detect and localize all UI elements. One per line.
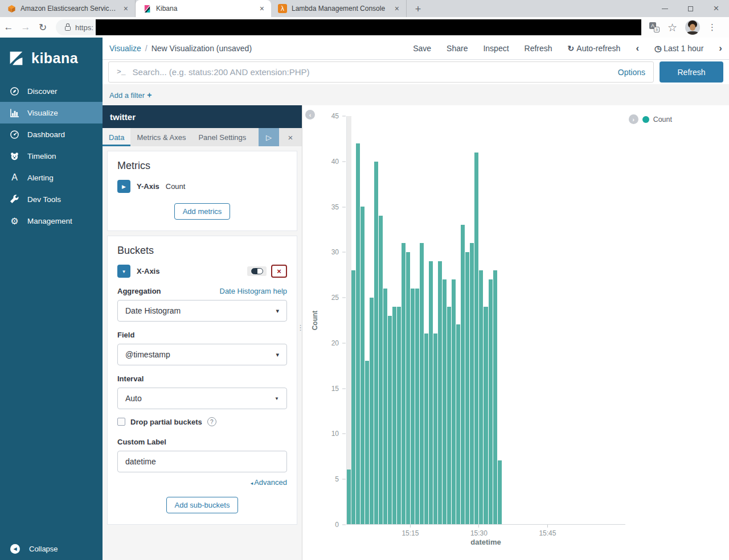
bar-15:03[interactable] [356,143,360,524]
close-icon: × [288,133,293,142]
time-range-picker[interactable]: ◷Last 1 hour [654,44,703,53]
bar-15:34[interactable] [498,460,502,524]
bar-15:04[interactable] [361,207,364,524]
drop-partial-buckets-checkbox[interactable] [117,418,125,426]
bar-15:06[interactable] [370,298,374,524]
bar-15:13[interactable] [402,243,406,524]
bar-15:16[interactable] [415,289,419,524]
tab-lambda-console[interactable]: λ Lambda Management Console × [271,0,407,17]
profile-avatar[interactable] [685,20,700,35]
time-back-icon[interactable]: ‹ [636,43,639,54]
time-forward-icon[interactable]: › [719,43,722,54]
breadcrumb-visualize-link[interactable]: Visualize [109,44,141,53]
bar-15:12[interactable] [397,307,401,524]
refresh-button[interactable]: Refresh [660,61,723,83]
bar-15:10[interactable] [388,316,392,524]
tab-metrics-axes[interactable]: Metrics & Axes [130,128,192,146]
bar-15:31[interactable] [484,307,488,524]
forward-icon[interactable]: → [17,22,34,33]
x-axis-bucket-row[interactable]: ▾ X-Axis × [117,265,287,278]
sidebar-item-discover[interactable]: Discover [0,80,103,102]
sidebar-item-alerting[interactable]: A Alerting [0,167,103,188]
restore-button[interactable] [678,0,703,17]
bar-15:25[interactable] [456,324,460,524]
expand-metric-button[interactable]: ▶ [117,180,130,193]
sidebar-item-dashboard[interactable]: Dashboard [0,123,103,145]
bar-15:11[interactable] [392,307,396,524]
bar-15:09[interactable] [383,289,387,524]
translate-icon[interactable]: A a [649,22,660,32]
bar-15:33[interactable] [493,270,497,524]
add-sub-buckets-button[interactable]: Add sub-buckets [166,497,239,513]
advanced-link[interactable]: ◂Advanced [117,478,287,487]
auto-refresh-button[interactable]: ↻Auto-refresh [568,44,621,53]
disable-bucket-toggle[interactable] [247,266,267,276]
minimize-button[interactable] [652,0,678,17]
bar-15:15[interactable] [411,289,415,524]
bar-15:30[interactable] [479,270,483,524]
bar-15:27[interactable] [465,252,469,524]
bar-15:20[interactable] [433,333,437,524]
aggregation-select[interactable]: Date Histogram ▾ [117,300,287,322]
collapse-bucket-button[interactable]: ▾ [117,265,130,278]
add-filter-link[interactable]: Add a filter+ [109,90,151,100]
address-bar[interactable]: https: [56,19,641,35]
reload-icon[interactable]: ↻ [34,22,51,34]
interval-select[interactable]: Auto ▼ [117,388,287,409]
bar-15:07[interactable] [374,162,378,524]
sidebar-item-timelion[interactable]: Timelion [0,145,103,167]
bar-15:29[interactable] [474,153,478,524]
remove-bucket-button[interactable]: × [271,265,287,278]
browser-menu-icon[interactable]: ⋮ [708,22,716,32]
bar-15:17[interactable] [420,243,424,524]
discard-changes-button[interactable]: × [279,128,302,146]
new-tab-button[interactable]: + [410,1,426,17]
inspect-button[interactable]: Inspect [483,44,509,53]
bar-15:19[interactable] [429,261,433,524]
close-tab-icon[interactable]: × [257,3,267,14]
tab-kibana[interactable]: Kibana × [136,0,271,17]
close-tab-icon[interactable]: × [121,3,130,14]
back-icon[interactable]: ← [0,22,17,33]
legend-label[interactable]: Count [653,116,672,123]
bar-15:23[interactable] [447,307,451,524]
bar-15:02[interactable] [351,270,355,524]
tab-panel-settings[interactable]: Panel Settings [192,128,252,146]
bar-15:08[interactable] [379,216,383,524]
add-metrics-button[interactable]: Add metrics [174,203,231,220]
sidebar-item-visualize[interactable]: Visualize [0,102,103,123]
y-axis-metric-row[interactable]: ▶ Y-Axis Count [117,180,287,193]
bar-15:28[interactable] [470,243,474,524]
sidebar-item-management[interactable]: ⚙ Management [0,210,103,232]
search-input[interactable] [133,67,618,77]
bar-15:24[interactable] [452,279,456,524]
apply-changes-button[interactable]: ▷ [259,128,279,146]
bar-15:21[interactable] [438,261,442,524]
options-link[interactable]: Options [618,68,645,77]
bar-15:14[interactable] [406,252,410,524]
date-histogram-help-link[interactable]: Date Histogram help [220,287,288,295]
tab-aws-elasticsearch[interactable]: Amazon Elasticsearch Service Ma × [0,0,136,17]
share-button[interactable]: Share [447,44,468,53]
bar-15:18[interactable] [424,333,428,524]
panel-resize-handle[interactable]: ⋮ [297,326,302,330]
bar-15:26[interactable] [461,225,465,524]
search-box[interactable]: >_ Options [108,61,654,83]
sidebar-item-dev-tools[interactable]: Dev Tools [0,188,103,210]
sidebar-collapse[interactable]: ◀ Collapse [0,537,103,560]
close-window-button[interactable]: × [703,0,729,17]
bar-15:05[interactable] [365,361,369,524]
help-icon[interactable]: ? [207,417,216,426]
legend-toggle-icon[interactable]: › [629,114,638,124]
bar-15:32[interactable] [489,279,493,524]
save-button[interactable]: Save [413,44,431,53]
field-select[interactable]: @timestamp ▾ [117,344,287,365]
close-tab-icon[interactable]: × [392,3,402,14]
legend-color-dot[interactable] [642,116,649,123]
tab-data[interactable]: Data [103,128,130,146]
bar-15:01[interactable] [347,470,351,524]
refresh-action[interactable]: Refresh [525,44,552,53]
bar-15:22[interactable] [443,279,447,524]
bookmark-star-icon[interactable]: ☆ [667,21,677,34]
custom-label-input[interactable] [117,451,287,472]
